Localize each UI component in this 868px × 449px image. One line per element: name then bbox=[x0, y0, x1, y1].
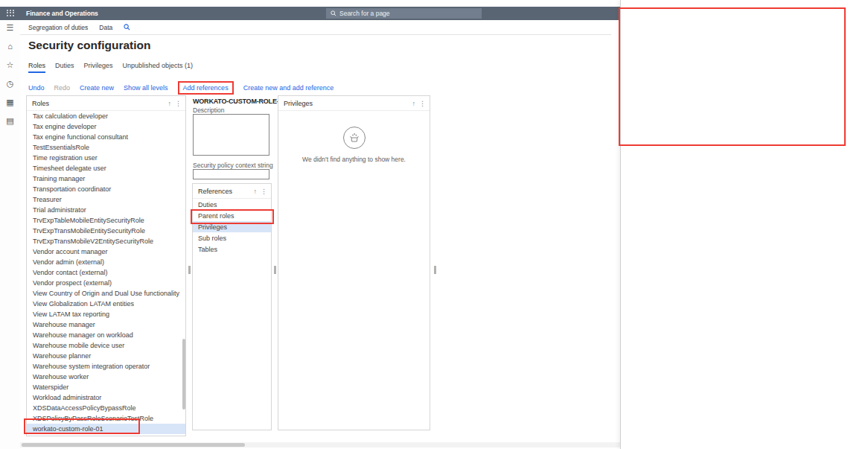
role-row[interactable]: Vendor contact (external) bbox=[27, 267, 185, 278]
role-row[interactable]: Warehouse mobile device user bbox=[27, 340, 185, 351]
role-row[interactable]: TestEssentialsRole bbox=[27, 142, 185, 153]
policy-context-input[interactable] bbox=[193, 169, 269, 179]
page-title: Security configuration bbox=[28, 39, 151, 52]
workspaces-icon[interactable]: ▦ bbox=[6, 98, 13, 106]
role-row[interactable]: Warehouse manager on workload bbox=[27, 330, 185, 340]
tab[interactable]: Duties bbox=[55, 62, 74, 73]
role-row[interactable]: Waterspider bbox=[27, 382, 185, 392]
reference-row[interactable]: Parent roles bbox=[193, 210, 271, 221]
role-row[interactable]: View LATAM tax reporting bbox=[27, 309, 185, 319]
role-row[interactable]: Warehouse planner bbox=[27, 351, 185, 361]
home-icon[interactable]: ⌂ bbox=[7, 42, 13, 51]
breadcrumb-data[interactable]: Data bbox=[99, 24, 112, 31]
selected-role-name: WORKATO-CUSTOM-ROLE-01 bbox=[193, 98, 286, 105]
roles-list: Tax calculation developerTax engine deve… bbox=[27, 111, 185, 434]
role-row[interactable]: XDSPolicyByPassRoleScenarioTestRole bbox=[27, 413, 185, 424]
role-row[interactable]: Vendor admin (external) bbox=[27, 257, 185, 267]
scroll-hint[interactable] bbox=[274, 266, 276, 274]
role-row[interactable]: TrvExpTransMobileV2EntitySecurityRole bbox=[27, 236, 185, 246]
search-icon bbox=[331, 10, 336, 16]
recent-icon[interactable]: ◷ bbox=[7, 79, 14, 88]
roles-scrollbar-thumb[interactable] bbox=[182, 339, 185, 410]
modules-icon[interactable]: ▤ bbox=[6, 116, 13, 125]
roles-header-label: Roles bbox=[32, 100, 49, 107]
roles-list-header: Roles ↑ ⋮ bbox=[27, 96, 185, 111]
tab[interactable]: Unpublished objects (1) bbox=[123, 62, 194, 73]
role-row[interactable]: Warehouse system integration operator bbox=[27, 361, 185, 372]
more-options-icon[interactable]: ⋮ bbox=[261, 188, 267, 195]
role-row[interactable]: Vendor prospect (external) bbox=[27, 278, 185, 288]
menu-icon[interactable]: ☰ bbox=[7, 23, 14, 32]
action-toolbar: UndoRedoCreate newShow all levelsAdd ref… bbox=[28, 81, 334, 95]
breadcrumb-segregation-of-duties[interactable]: Segregation of duties bbox=[28, 24, 88, 31]
role-row[interactable]: TrvExpTableMobileEntitySecurityRole bbox=[27, 215, 185, 226]
app-title: Finance and Operations bbox=[26, 10, 98, 17]
top-app-bar: Finance and Operations Search for a page bbox=[0, 7, 620, 20]
scroll-hint[interactable] bbox=[188, 266, 191, 274]
references-header: References ↑ ⋮ bbox=[193, 184, 271, 199]
select-privileges-dialog: ? Standard view ∨ Select privileges Name… bbox=[620, 0, 868, 449]
page-search-icon[interactable] bbox=[124, 24, 130, 31]
role-row[interactable]: View Country of Origin and Dual Use func… bbox=[27, 288, 185, 299]
role-row[interactable]: Tax engine functional consultant bbox=[27, 132, 185, 142]
reference-row[interactable]: Tables bbox=[193, 243, 271, 255]
more-options-icon[interactable]: ⋮ bbox=[419, 100, 426, 107]
empty-state-text: We didn't find anything to show here. bbox=[302, 156, 406, 163]
toolbar-button[interactable]: Redo bbox=[54, 84, 71, 92]
global-search-input[interactable]: Search for a page bbox=[326, 8, 482, 19]
references-list: DutiesParent rolesPrivilegesSub rolesTab… bbox=[193, 199, 271, 255]
empty-box-icon bbox=[343, 127, 366, 149]
role-row[interactable]: Trial administrator bbox=[27, 205, 185, 215]
role-row[interactable]: Tax engine developer bbox=[27, 121, 185, 132]
role-row[interactable]: Time registration user bbox=[27, 153, 185, 163]
privileges-header: Privileges ↑ ⋮ bbox=[278, 96, 430, 111]
references-panel: References ↑ ⋮ DutiesParent rolesPrivile… bbox=[192, 183, 272, 430]
left-nav: ☰ ⌂ ☆ ◷ ▦ ▤ bbox=[0, 20, 20, 449]
tab-strip: RolesDutiesPrivilegesUnpublished objects… bbox=[28, 62, 193, 73]
role-row[interactable]: View Globalization LATAM entities bbox=[27, 299, 185, 309]
role-row[interactable]: Transportation coordinator bbox=[27, 184, 185, 194]
role-row[interactable]: Tax calculation developer bbox=[27, 111, 185, 121]
role-row[interactable]: Timesheet delegate user bbox=[27, 163, 185, 173]
role-row[interactable]: Treasurer bbox=[27, 194, 185, 205]
reference-row[interactable]: Privileges bbox=[193, 221, 271, 232]
description-textarea[interactable] bbox=[193, 114, 269, 156]
toolbar-button[interactable]: Create new and add reference bbox=[243, 84, 334, 92]
references-header-label: References bbox=[198, 188, 232, 195]
tab[interactable]: Privileges bbox=[84, 62, 113, 73]
sort-ascending-icon[interactable]: ↑ bbox=[254, 188, 258, 195]
sort-ascending-icon[interactable]: ↑ bbox=[412, 100, 416, 107]
role-row[interactable]: workato-custom-role-01 bbox=[27, 424, 185, 434]
role-row[interactable]: TrvExpTransMobileEntitySecurityRole bbox=[27, 226, 185, 236]
toolbar-button[interactable]: Add references bbox=[178, 81, 234, 95]
role-row[interactable]: XDSDataAccessPolicyBypassRole bbox=[27, 403, 185, 413]
tab[interactable]: Roles bbox=[28, 62, 45, 73]
role-row[interactable]: Workload administrator bbox=[27, 392, 185, 403]
reference-row[interactable]: Sub roles bbox=[193, 232, 271, 243]
reference-row[interactable]: Duties bbox=[193, 199, 271, 210]
privileges-panel: Privileges ↑ ⋮ We didn't find anything t… bbox=[278, 95, 430, 430]
role-row[interactable]: Vendor account manager bbox=[27, 246, 185, 257]
toolbar-button[interactable]: Create new bbox=[80, 84, 114, 92]
empty-state: We didn't find anything to show here. bbox=[278, 111, 430, 163]
more-options-icon[interactable]: ⋮ bbox=[175, 100, 182, 107]
horizontal-scrollbar-thumb[interactable] bbox=[22, 443, 245, 447]
app-launcher-icon[interactable] bbox=[7, 10, 16, 18]
roles-list-panel: Roles ↑ ⋮ Tax calculation developerTax e… bbox=[26, 95, 186, 436]
role-row[interactable]: Warehouse manager bbox=[27, 319, 185, 330]
toolbar-button[interactable]: Undo bbox=[28, 84, 45, 92]
breadcrumb: Segregation of duties Data bbox=[20, 20, 611, 35]
description-label: Description bbox=[193, 106, 225, 114]
policy-context-label: Security policy context string bbox=[193, 162, 273, 169]
toolbar-button[interactable]: Show all levels bbox=[124, 84, 168, 92]
global-search-placeholder: Search for a page bbox=[339, 10, 390, 17]
scroll-hint[interactable] bbox=[434, 266, 436, 274]
role-row[interactable]: Warehouse worker bbox=[27, 372, 185, 382]
favorites-icon[interactable]: ☆ bbox=[7, 60, 14, 69]
privileges-header-label: Privileges bbox=[284, 100, 313, 107]
sort-ascending-icon[interactable]: ↑ bbox=[168, 100, 172, 107]
role-row[interactable]: Training manager bbox=[27, 173, 185, 184]
